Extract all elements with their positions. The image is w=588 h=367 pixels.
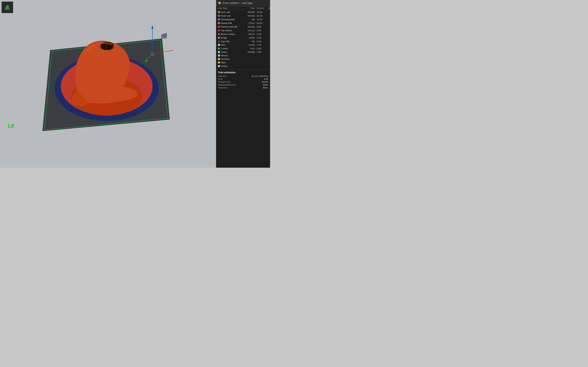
line-row[interactable]: Gap infill 43s 0.3% ✓ [216, 40, 270, 43]
line-name: Seams [218, 65, 245, 67]
color-swatch [218, 48, 220, 50]
line-check[interactable]: ✓ [268, 65, 270, 67]
line-percent: 18.1% [256, 15, 268, 17]
line-check[interactable]: ✓ [268, 25, 270, 28]
col-display: Display [268, 7, 270, 9]
line-name: Travel [218, 51, 245, 53]
total-value: 4.85 [264, 78, 268, 80]
line-check[interactable]: ✓ [268, 18, 270, 21]
line-check[interactable]: ✓ [268, 33, 270, 35]
layer-label: L0 [8, 123, 14, 129]
total-label: Cost: [218, 78, 223, 80]
line-time: 8m37s [245, 33, 256, 35]
color-swatch [218, 11, 220, 13]
line-time: 13m6s [245, 37, 256, 39]
color-swatch [218, 26, 220, 28]
line-check[interactable]: ✓ [268, 29, 270, 32]
line-row[interactable]: Top surface 11m12s 4.5% ✓ [216, 29, 270, 32]
line-row[interactable]: Brim 4m18s 1.7% [216, 43, 270, 47]
line-check[interactable]: ✓ [268, 11, 270, 13]
line-time: 19m28s [245, 51, 256, 53]
line-row[interactable]: Outer wall 44m29s 18.1% ✓ [216, 14, 270, 17]
total-label: Model printing time: [218, 84, 237, 86]
line-type-button[interactable]: Line Type [242, 1, 253, 4]
total-value: 61.11 m 194.03 g [252, 75, 268, 77]
line-time: 10s [245, 18, 256, 21]
color-scheme-label: Color scheme [223, 1, 238, 4]
side-panel: 🎨 Color scheme ∨ Line Type Line Type Tim… [216, 0, 270, 168]
color-swatch [218, 22, 220, 24]
line-type-label: Line Type [242, 1, 253, 4]
line-check[interactable]: ✓ [268, 36, 270, 39]
line-time: 11m12s [245, 29, 256, 32]
line-name: Brim [218, 44, 245, 46]
line-percent: 36.9% [256, 22, 268, 24]
color-swatch [218, 18, 220, 20]
line-row[interactable]: Bridge 13m6s 5.3% ✓ [216, 36, 270, 40]
total-rows-list: Filament: 61.11 m 194.03 g Cost: 4.85 Pr… [218, 75, 268, 89]
col-percent: Percent [256, 7, 268, 9]
total-section: Total estimation Filament: 61.11 m 194.0… [216, 69, 270, 91]
table-header: Line Type Time Percent Display [216, 6, 270, 10]
line-name: Retract [218, 54, 245, 57]
line-time: 7m1s [245, 47, 256, 50]
line-row[interactable]: Custom 7m1s 2.8% ✓ [216, 47, 270, 50]
line-name: Inner wall [218, 11, 245, 13]
color-scheme-dropdown-arrow: ∨ [239, 2, 240, 4]
line-row[interactable]: Wipe [216, 61, 270, 64]
line-percent: 6.9% [256, 26, 268, 28]
color-swatch [218, 41, 220, 42]
line-name: Overhang wall [218, 18, 245, 21]
line-row[interactable]: Bottom surface 8m37s 3.5% ✓ [216, 32, 270, 36]
total-row: Model printing time: 4h0m [218, 84, 268, 86]
line-percent: 3.5% [256, 33, 268, 35]
line-name: Outer wall [218, 15, 245, 17]
line-row[interactable]: Travel 19m28s 7.9% [216, 50, 270, 54]
total-row: Total time: 4h6m [218, 87, 268, 89]
color-swatch [218, 37, 220, 39]
model-thumbnail[interactable] [1, 1, 13, 13]
line-row[interactable]: Unretract [216, 57, 270, 61]
total-title: Total estimation [218, 71, 268, 74]
line-percent: <0.1% [256, 18, 268, 21]
line-name: Top surface [218, 29, 245, 32]
line-time: 44m29s [245, 15, 256, 17]
line-time: 29m30s [245, 11, 256, 13]
line-row[interactable]: Sparse infill 1h31m 36.9% ✓ [216, 21, 270, 25]
line-percent: 4.5% [256, 29, 268, 32]
svg-marker-9 [152, 25, 153, 29]
line-row[interactable]: Seams ✓ [216, 64, 270, 68]
color-swatch [218, 33, 220, 35]
line-row[interactable]: Retract [216, 54, 270, 57]
line-check[interactable]: ✓ [268, 40, 270, 43]
line-check[interactable]: ✓ [268, 22, 270, 24]
line-percent: 1.7% [256, 44, 268, 46]
line-check[interactable]: ✓ [268, 47, 270, 50]
line-percent: 5.3% [256, 37, 268, 39]
palette-icon: 🎨 [218, 1, 221, 4]
line-time: 1h31m [245, 22, 256, 24]
line-row[interactable]: Internal solid infill 16m58s 6.9% ✓ [216, 25, 270, 29]
svg-rect-14 [151, 53, 154, 56]
line-name: Bridge [218, 37, 245, 39]
total-value: 4h0m [263, 84, 268, 86]
3d-viewport[interactable]: Bambu Cool Plate L0 [0, 0, 216, 168]
color-swatch [218, 44, 220, 46]
color-swatch [218, 61, 220, 63]
color-scheme-button[interactable]: Color scheme ∨ [223, 1, 240, 4]
line-percent: 0.3% [256, 40, 268, 43]
color-swatch [218, 58, 220, 60]
line-row[interactable]: Overhang wall 10s <0.1% ✓ [216, 17, 270, 21]
line-name: Internal solid infill [218, 26, 245, 28]
color-swatch [218, 55, 220, 57]
line-row[interactable]: Inner wall 29m30s 12.0% ✓ [216, 10, 270, 14]
col-time: Time [245, 7, 256, 9]
line-name: Unretract [218, 58, 245, 60]
line-time: 4m18s [245, 44, 256, 46]
line-time: 16m58s [245, 26, 256, 28]
color-swatch [218, 15, 220, 17]
line-name: Bottom surface [218, 33, 245, 35]
line-check[interactable]: ✓ [268, 15, 270, 17]
line-percent: 7.9% [256, 51, 268, 53]
line-name: Gap infill [218, 40, 245, 43]
